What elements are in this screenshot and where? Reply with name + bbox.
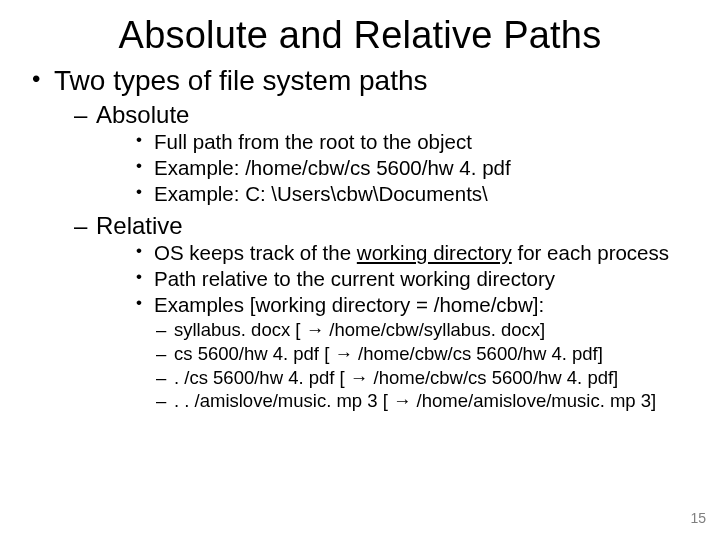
ex2b: /home/cbw/cs 5600/hw 4. pdf] — [353, 343, 603, 364]
lvl2-relative: Relative OS keeps track of the working d… — [74, 212, 690, 413]
arrow-icon: → — [306, 319, 325, 340]
bullet-list-lvl3-absolute: Full path from the root to the object Ex… — [96, 129, 690, 208]
ex4a: . . /amislove/music. mp 3 [ — [174, 390, 393, 411]
bullet-list-lvl4: syllabus. docx [ → /home/cbw/syllabus. d… — [96, 318, 690, 413]
ex2: cs 5600/hw 4. pdf [ → /home/cbw/cs 5600/… — [156, 342, 690, 366]
ex1b: /home/cbw/syllabus. docx] — [324, 319, 545, 340]
rel-p1c: for each process — [512, 241, 669, 264]
rel-p3: Examples [working directory = /home/cbw]… — [136, 292, 690, 318]
page-number: 15 — [690, 510, 706, 526]
lvl1-text: Two types of file system paths — [54, 65, 428, 96]
rel-p2: Path relative to the current working dir… — [136, 266, 690, 292]
arrow-icon: → — [350, 367, 369, 388]
bullet-list-lvl1: Two types of file system paths Absolute … — [30, 65, 690, 413]
ex4b: /home/amislove/music. mp 3] — [411, 390, 656, 411]
abs-p3: Example: C: \Users\cbw\Documents\ — [136, 181, 690, 207]
ex1: syllabus. docx [ → /home/cbw/syllabus. d… — [156, 318, 690, 342]
arrow-icon: → — [334, 343, 353, 364]
bullet-list-lvl2: Absolute Full path from the root to the … — [54, 101, 690, 413]
abs-p2: Example: /home/cbw/cs 5600/hw 4. pdf — [136, 155, 690, 181]
ex3: . /cs 5600/hw 4. pdf [ → /home/cbw/cs 56… — [156, 366, 690, 390]
slide: Absolute and Relative Paths Two types of… — [0, 0, 720, 540]
rel-p1: OS keeps track of the working directory … — [136, 240, 690, 266]
lvl1-item: Two types of file system paths Absolute … — [30, 65, 690, 413]
bullet-list-lvl3-relative: OS keeps track of the working directory … — [96, 240, 690, 319]
arrow-icon: → — [393, 390, 412, 411]
slide-title: Absolute and Relative Paths — [30, 14, 690, 57]
rel-p1a: OS keeps track of the — [154, 241, 357, 264]
rel-p1b: working directory — [357, 241, 512, 264]
ex1a: syllabus. docx [ — [174, 319, 306, 340]
lvl2-absolute-text: Absolute — [96, 101, 189, 128]
lvl2-absolute: Absolute Full path from the root to the … — [74, 101, 690, 208]
ex3b: /home/cbw/cs 5600/hw 4. pdf] — [368, 367, 618, 388]
ex2a: cs 5600/hw 4. pdf [ — [174, 343, 334, 364]
lvl2-relative-text: Relative — [96, 212, 183, 239]
abs-p1: Full path from the root to the object — [136, 129, 690, 155]
ex3a: . /cs 5600/hw 4. pdf [ — [174, 367, 350, 388]
ex4: . . /amislove/music. mp 3 [ → /home/amis… — [156, 389, 690, 413]
